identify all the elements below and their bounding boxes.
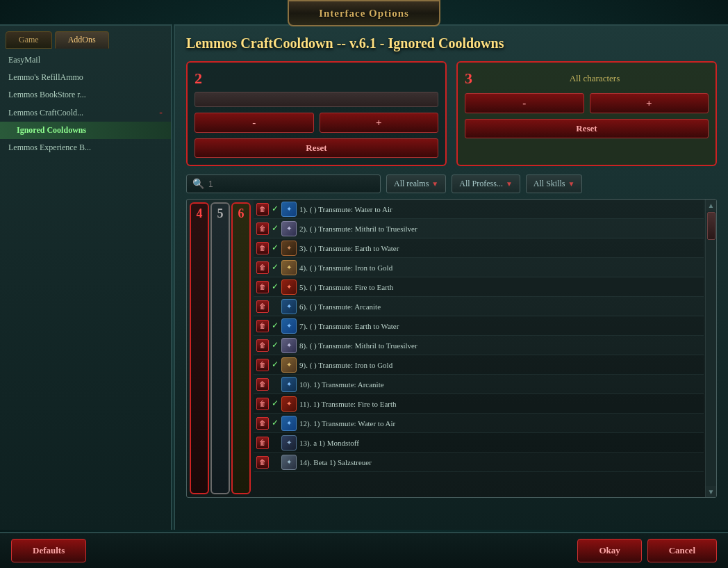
sidebar: Game AddOns EasyMail Lemmo's RefillAmmo …: [0, 24, 172, 530]
panel-2-minus-btn[interactable]: -: [195, 113, 314, 133]
row-text: 11). 1) Transmute: Fire to Earth: [299, 400, 701, 408]
spell-icon: ✦: [281, 455, 297, 470]
delete-icon[interactable]: 🗑: [256, 320, 269, 332]
sidebar-item-bookstore[interactable]: Lemmos BookStore r...: [0, 86, 171, 104]
row-text: 7). ( ) Transmute: Earth to Water: [299, 322, 701, 330]
cancel-button[interactable]: Cancel: [647, 539, 717, 562]
checkbox-icon[interactable]: [269, 378, 281, 391]
row-text: 5). ( ) Transmute: Fire to Earth: [299, 283, 701, 291]
sidebar-item-refill[interactable]: Lemmo's RefillAmmo: [0, 69, 171, 86]
delete-icon[interactable]: 🗑: [256, 437, 269, 449]
sidebar-item-craftcooldown[interactable]: Lemmos CraftCoold... -: [0, 104, 171, 122]
spell-icon: ✦: [281, 279, 297, 295]
expand-icon: -: [159, 107, 163, 118]
delete-icon[interactable]: 🗑: [256, 242, 269, 254]
row-text: 9). ( ) Transmute: Iron to Gold: [299, 361, 701, 369]
row-text: 3). ( ) Transmute: Earth to Water: [299, 244, 701, 252]
filter-skills-btn[interactable]: All Skills ▼: [526, 175, 583, 193]
panels-row: 2 - + Reset 3 All characters - + Reset: [186, 61, 717, 166]
bottom-bar: Defaults Okay Cancel: [0, 532, 728, 568]
list-item: 🗑✓✦12). 1) Transmute: Water to Air: [254, 414, 704, 433]
list-item: 🗑✦13). a 1) Mondstoff: [254, 433, 704, 453]
scrollbar[interactable]: ▲ ▼: [705, 200, 716, 497]
tab-game[interactable]: Game: [6, 31, 52, 49]
list-item: 🗑✓✦3). ( ) Transmute: Earth to Water: [254, 238, 704, 258]
delete-icon[interactable]: 🗑: [256, 261, 269, 274]
checkbox-icon[interactable]: ✓: [269, 203, 281, 216]
spell-icon: ✦: [281, 260, 297, 275]
panel-3-plus-btn[interactable]: +: [590, 93, 709, 113]
panel-3-minus-btn[interactable]: -: [465, 93, 584, 113]
panel-2-plus-btn[interactable]: +: [320, 113, 439, 133]
checkbox-icon[interactable]: ✓: [269, 417, 281, 430]
spell-icon: ✦: [281, 338, 297, 353]
row-text: 13). a 1) Mondstoff: [299, 439, 701, 447]
spell-icon: ✦: [281, 396, 297, 412]
defaults-button[interactable]: Defaults: [11, 539, 86, 562]
delete-icon[interactable]: 🗑: [256, 359, 269, 371]
delete-icon[interactable]: 🗑: [256, 222, 269, 235]
filter-realms-btn[interactable]: All realms ▼: [386, 175, 446, 193]
panel-3: 3 All characters - + Reset: [456, 61, 717, 166]
okay-button[interactable]: Okay: [577, 539, 641, 562]
column-wrapper: 4 5 6: [187, 200, 254, 497]
chevron-down-icon: ▼: [506, 180, 513, 188]
filter-professions-btn[interactable]: All Profess... ▼: [452, 175, 520, 193]
checkbox-icon[interactable]: ✓: [269, 398, 281, 410]
search-input[interactable]: [208, 179, 374, 189]
row-text: 8). ( ) Transmute: Mithril to Truesilver: [299, 341, 701, 350]
tab-addons[interactable]: AddOns: [55, 31, 109, 49]
checkbox-icon[interactable]: [269, 300, 281, 313]
delete-icon[interactable]: 🗑: [256, 378, 269, 391]
delete-icon[interactable]: 🗑: [256, 281, 269, 293]
list-item: 🗑✦14). Beta 1) Salzstreuer: [254, 453, 704, 472]
spell-icon: ✦: [281, 435, 297, 451]
spell-icon: ✦: [281, 416, 297, 431]
col-5-label: 5: [212, 204, 229, 222]
panel-2-number: 2: [195, 70, 438, 88]
panel-3-number: 3: [465, 70, 472, 88]
column-4: 4: [190, 202, 209, 494]
delete-icon[interactable]: 🗑: [256, 203, 269, 216]
list-item: 🗑✓✦1). ( ) Transmute: Water to Air: [254, 200, 704, 219]
panel-2-value-bar: [195, 92, 438, 107]
panel-2-reset-btn[interactable]: Reset: [195, 138, 438, 158]
window-title: Interface Options: [319, 8, 409, 19]
row-text: 14). Beta 1) Salzstreuer: [299, 458, 701, 466]
spell-icon: ✦: [281, 241, 297, 256]
checkbox-icon[interactable]: ✓: [269, 320, 281, 332]
row-text: 4). ( ) Transmute: Iron to Gold: [299, 263, 701, 272]
checkbox-icon[interactable]: ✓: [269, 281, 281, 293]
chevron-down-icon: ▼: [431, 180, 438, 188]
panel-3-header: 3 All characters: [465, 70, 709, 88]
sidebar-item-ignored-cooldowns[interactable]: Ignored Cooldowns: [0, 122, 171, 139]
checkbox-icon[interactable]: [269, 437, 281, 449]
checkbox-icon[interactable]: [269, 456, 281, 469]
delete-icon[interactable]: 🗑: [256, 398, 269, 410]
list-item: 🗑✓✦8). ( ) Transmute: Mithril to Truesil…: [254, 336, 704, 355]
checkbox-icon[interactable]: ✓: [269, 261, 281, 274]
sidebar-item-easymail[interactable]: EasyMail: [0, 51, 171, 69]
delete-icon[interactable]: 🗑: [256, 300, 269, 313]
checkbox-icon[interactable]: ✓: [269, 359, 281, 371]
sidebar-tabs: Game AddOns: [0, 26, 171, 49]
checkbox-icon[interactable]: ✓: [269, 222, 281, 235]
scroll-thumb[interactable]: [707, 212, 715, 240]
list-item: 🗑✓✦7). ( ) Transmute: Earth to Water: [254, 316, 704, 336]
delete-icon[interactable]: 🗑: [256, 456, 269, 469]
search-box: 🔍: [186, 175, 381, 193]
checkbox-icon[interactable]: ✓: [269, 339, 281, 352]
panel-3-reset-btn[interactable]: Reset: [465, 119, 709, 138]
scroll-down-arrow[interactable]: ▼: [706, 486, 717, 497]
row-text: 6). ( ) Transmute: Arcanite: [299, 302, 701, 311]
checkbox-icon[interactable]: ✓: [269, 242, 281, 254]
scroll-up-arrow[interactable]: ▲: [706, 200, 717, 211]
spell-icon: ✦: [281, 221, 297, 236]
search-icon: 🔍: [192, 178, 204, 190]
list-item: 🗑✓✦2). ( ) Transmute: Mithril to Truesil…: [254, 219, 704, 238]
sidebar-item-experience[interactable]: Lemmos Experience B...: [0, 139, 171, 156]
col-6-label: 6: [233, 204, 249, 222]
list-item: 🗑✦6). ( ) Transmute: Arcanite: [254, 297, 704, 316]
delete-icon[interactable]: 🗑: [256, 339, 269, 352]
delete-icon[interactable]: 🗑: [256, 417, 269, 430]
